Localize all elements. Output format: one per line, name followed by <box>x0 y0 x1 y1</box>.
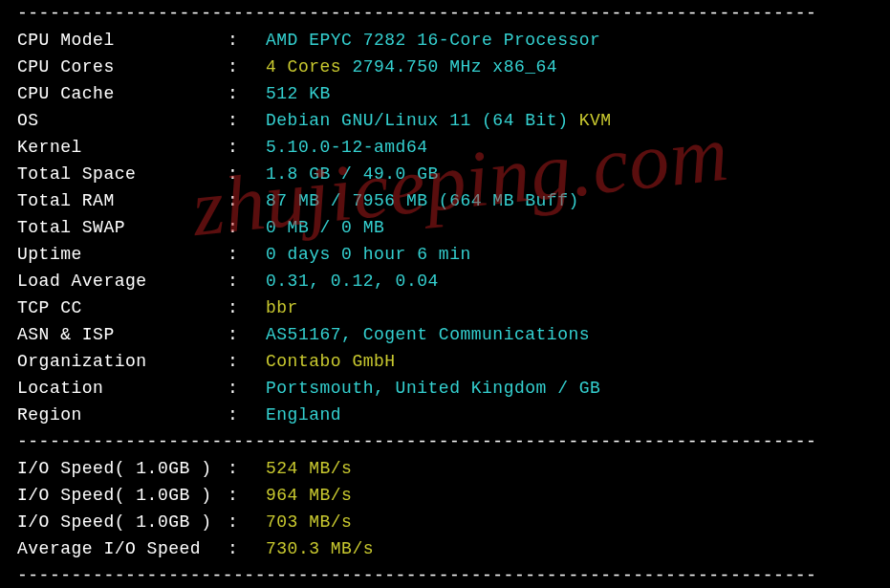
system-row: ASN & ISP: AS51167, Cogent Communication… <box>17 321 873 348</box>
io-value: 703 MB/s <box>266 512 352 532</box>
colon-separator: : <box>228 535 266 562</box>
system-value: England <box>266 405 341 425</box>
system-label: OS <box>17 107 228 134</box>
system-value: Contabo GmbH <box>266 352 396 371</box>
colon-separator: : <box>228 455 266 482</box>
divider-mid: ----------------------------------------… <box>17 428 873 455</box>
system-label: Total Space <box>17 161 228 187</box>
terminal-window: zhujiceping.com ------------------------… <box>0 0 890 588</box>
system-value: 4 Cores <box>266 57 341 76</box>
colon-separator: : <box>228 27 266 54</box>
io-value: 730.3 MB/s <box>266 539 374 558</box>
io-row: I/O Speed( 1.0GB ): 964 MB/s <box>17 482 873 509</box>
system-row: Load Average: 0.31, 0.12, 0.04 <box>17 268 873 294</box>
io-value: 524 MB/s <box>266 459 352 478</box>
system-row: Organization: Contabo GmbH <box>17 348 873 375</box>
system-label: Load Average <box>17 268 228 294</box>
colon-separator: : <box>228 134 266 161</box>
system-value: 5.10.0-12-amd64 <box>266 138 428 157</box>
system-row: CPU Model: AMD EPYC 7282 16-Core Process… <box>17 27 873 54</box>
system-row: Kernel: 5.10.0-12-amd64 <box>17 134 873 161</box>
system-label: Region <box>17 402 228 428</box>
system-row: Uptime: 0 days 0 hour 6 min <box>17 241 873 268</box>
system-label: TCP CC <box>17 294 228 321</box>
system-info-block: CPU Model: AMD EPYC 7282 16-Core Process… <box>17 27 873 428</box>
system-label: Kernel <box>17 134 228 161</box>
system-value: 2794.750 MHz x86_64 <box>341 57 557 76</box>
system-value: AS51167, Cogent Communications <box>266 325 590 344</box>
system-row: Region: England <box>17 402 873 428</box>
colon-separator: : <box>228 214 266 241</box>
system-label: Location <box>17 375 228 402</box>
system-row: Total SWAP: 0 MB / 0 MB <box>17 214 873 241</box>
system-label: CPU Cores <box>17 54 228 80</box>
io-label: I/O Speed( 1.0GB ) <box>17 482 228 509</box>
colon-separator: : <box>228 80 266 107</box>
colon-separator: : <box>228 509 266 535</box>
colon-separator: : <box>228 482 266 509</box>
colon-separator: : <box>228 187 266 214</box>
system-value: 0.31, 0.12, 0.04 <box>266 272 439 291</box>
colon-separator: : <box>228 54 266 80</box>
system-value: 0 days 0 hour 6 min <box>266 245 471 264</box>
io-label: Average I/O Speed <box>17 535 228 562</box>
system-label: Total RAM <box>17 187 228 214</box>
system-value: AMD EPYC 7282 16-Core Processor <box>266 31 600 50</box>
colon-separator: : <box>228 402 266 428</box>
colon-separator: : <box>228 161 266 187</box>
system-value: 512 KB <box>266 84 331 103</box>
system-value: KVM <box>568 111 611 130</box>
system-label: CPU Cache <box>17 80 228 107</box>
system-row: CPU Cache: 512 KB <box>17 80 873 107</box>
colon-separator: : <box>228 294 266 321</box>
system-row: CPU Cores: 4 Cores 2794.750 MHz x86_64 <box>17 54 873 80</box>
system-label: ASN & ISP <box>17 321 228 348</box>
colon-separator: : <box>228 321 266 348</box>
colon-separator: : <box>228 375 266 402</box>
system-value: 87 MB / 7956 MB (664 MB Buff) <box>266 191 579 210</box>
system-row: OS: Debian GNU/Linux 11 (64 Bit) KVM <box>17 107 873 134</box>
system-row: Total RAM: 87 MB / 7956 MB (664 MB Buff) <box>17 187 873 214</box>
colon-separator: : <box>228 348 266 375</box>
system-label: Uptime <box>17 241 228 268</box>
system-label: Total SWAP <box>17 214 228 241</box>
colon-separator: : <box>228 241 266 268</box>
io-label: I/O Speed( 1.0GB ) <box>17 509 228 535</box>
divider-bottom: ----------------------------------------… <box>17 562 873 588</box>
system-row: Total Space: 1.8 GB / 49.0 GB <box>17 161 873 187</box>
io-label: I/O Speed( 1.0GB ) <box>17 455 228 482</box>
system-value: Debian GNU/Linux 11 (64 Bit) <box>266 111 568 130</box>
io-row: I/O Speed( 1.0GB ): 524 MB/s <box>17 455 873 482</box>
system-value: 1.8 GB / 49.0 GB <box>266 164 439 184</box>
io-value: 964 MB/s <box>266 486 352 505</box>
io-row: I/O Speed( 1.0GB ): 703 MB/s <box>17 509 873 535</box>
io-row: Average I/O Speed: 730.3 MB/s <box>17 535 873 562</box>
system-row: TCP CC: bbr <box>17 294 873 321</box>
divider-top: ----------------------------------------… <box>17 0 873 27</box>
system-value: bbr <box>266 298 298 317</box>
system-value: 0 MB / 0 MB <box>266 218 384 237</box>
system-value: Portsmouth, United Kingdom / GB <box>266 379 600 398</box>
system-label: Organization <box>17 348 228 375</box>
colon-separator: : <box>228 107 266 134</box>
io-speed-block: I/O Speed( 1.0GB ): 524 MB/sI/O Speed( 1… <box>17 455 873 562</box>
colon-separator: : <box>228 268 266 294</box>
system-row: Location: Portsmouth, United Kingdom / G… <box>17 375 873 402</box>
system-label: CPU Model <box>17 27 228 54</box>
